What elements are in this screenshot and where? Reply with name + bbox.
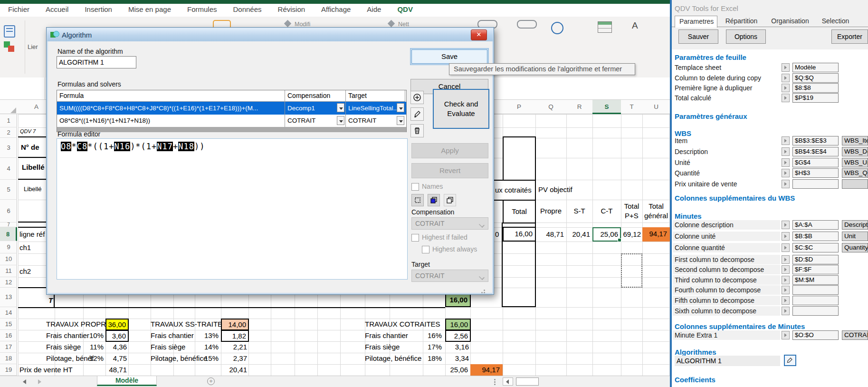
cell-p6-total[interactable]: Total — [503, 200, 536, 223]
field-value-input[interactable]: $B:$B — [792, 232, 839, 241]
ribbon-tab-données[interactable]: Données — [225, 4, 270, 17]
cell-frais-chantier-3[interactable]: Frais chantier — [365, 330, 408, 341]
select-range-icon[interactable] — [411, 194, 424, 206]
workbook-icon[interactable] — [4, 25, 15, 38]
row-header-18[interactable]: 18 — [0, 353, 17, 364]
field-name-box[interactable]: Descripti — [842, 220, 868, 230]
cell-t8[interactable]: 69,12 — [621, 229, 641, 240]
field-value-input[interactable]: $C:$C — [792, 243, 839, 252]
info-circle-icon[interactable] — [551, 22, 563, 34]
field-value-input[interactable] — [792, 306, 839, 316]
cell-pct[interactable]: 16% — [421, 330, 442, 341]
highest-if-failed-checkbox[interactable] — [411, 234, 419, 242]
formula-editor[interactable]: O8*C8*((1+N16)*(1+N17+N18)) — [57, 138, 408, 280]
ribbon-tab-fichier[interactable]: Fichier — [0, 4, 38, 17]
sheet-tab-modele[interactable]: Modèle — [97, 376, 157, 386]
field-value-input[interactable] — [792, 285, 839, 295]
row-header-10[interactable]: 10 — [0, 253, 17, 265]
cell-182[interactable]: 1,82 — [221, 330, 249, 342]
cell-36-yellow[interactable]: 36,00 — [105, 319, 129, 330]
compensation-dropdown[interactable]: COTRAIT — [411, 217, 488, 230]
names-checkbox[interactable] — [411, 183, 419, 191]
cell-436[interactable]: 4,36 — [105, 341, 127, 353]
range-picker-button[interactable] — [782, 307, 790, 315]
range-picker-button[interactable] — [782, 63, 790, 72]
cell-u8-orange[interactable]: 94,17 — [642, 227, 670, 242]
paste-icon[interactable] — [444, 194, 456, 206]
ribbon-tab-aide[interactable]: Aide — [359, 4, 389, 17]
range-picker-button[interactable] — [782, 84, 790, 92]
cell-frais-siege-2[interactable]: Frais siège — [151, 341, 185, 353]
cell-pct[interactable]: 15% — [195, 353, 219, 364]
cell-pct[interactable]: 10% — [83, 330, 104, 341]
options-button[interactable]: Options — [726, 29, 766, 44]
cell-r8[interactable]: 20,41 — [566, 229, 590, 240]
field-value-input[interactable]: $B$4:$E$4 — [792, 147, 839, 156]
column-header-R[interactable]: R — [566, 100, 592, 114]
sync-icon[interactable] — [4, 41, 15, 53]
cell-4871[interactable]: 48,71 — [105, 364, 127, 376]
row-header-2[interactable]: 2 — [0, 127, 17, 138]
cell-pct[interactable]: 14% — [195, 341, 219, 353]
range-picker-button[interactable] — [782, 296, 790, 305]
header-total-ps[interactable]: Total P+S — [621, 202, 642, 221]
cell-prix-vente[interactable]: Prix de vente HT — [19, 364, 73, 376]
row-header-16[interactable]: 16 — [0, 330, 17, 341]
ribbon-label-lier[interactable]: Lier — [28, 43, 38, 50]
copy-icon[interactable] — [428, 194, 440, 206]
selected-cell-s8[interactable]: 25,06 — [592, 227, 621, 242]
cell-q8[interactable]: 48,71 — [535, 229, 564, 240]
range-picker-button[interactable] — [782, 276, 790, 284]
cell-pct[interactable]: 13% — [195, 330, 219, 341]
cell-p19-orange[interactable]: 94,17 — [470, 364, 503, 376]
row-header-4[interactable]: 4 — [0, 158, 17, 180]
check-evaluate-button[interactable]: Check and Evaluate — [433, 89, 489, 129]
ribbon-tab-mise-en-page[interactable]: Mise en page — [120, 4, 179, 17]
cell-2506[interactable]: 25,06 — [445, 364, 468, 376]
sauver-button[interactable]: Sauver — [678, 29, 718, 44]
edit-formula-button[interactable] — [410, 107, 424, 121]
range-picker-button[interactable] — [782, 331, 790, 339]
range-picker-button[interactable] — [782, 265, 790, 274]
cell-pv-objectif[interactable]: PV objectif — [538, 184, 572, 195]
cell-frais-chantier-2[interactable]: Frais chantier — [151, 330, 194, 341]
cell-a8[interactable]: ligne réf — [19, 229, 45, 240]
revert-button[interactable]: Revert — [411, 163, 488, 178]
field-name-box[interactable]: COTRAI — [842, 330, 868, 340]
hscroll-thumb[interactable] — [516, 377, 539, 386]
compensation-dropdown-icon[interactable] — [337, 116, 344, 125]
font-a-icon[interactable]: A — [632, 20, 638, 31]
row-header-13[interactable]: 13 — [0, 288, 17, 307]
cell-p3-p4[interactable] — [503, 136, 536, 181]
target-dropdown[interactable]: COTRAIT — [411, 270, 488, 282]
algorithm-name-input[interactable] — [57, 56, 136, 68]
clean-diamond-icon[interactable] — [388, 20, 395, 28]
row-header-19[interactable]: 19 — [0, 364, 17, 376]
apply-button[interactable]: Apply — [411, 143, 488, 158]
cell-14-salmon[interactable]: 14,00 — [221, 319, 249, 330]
range-picker-button[interactable] — [782, 74, 790, 82]
ribbon-tab-formules[interactable]: Formules — [179, 4, 225, 17]
range-picker-button[interactable] — [782, 180, 790, 188]
cell-travaux-cotraites-15[interactable]: TRAVAUX COTRAITES — [365, 319, 440, 330]
edit-algorithm-button[interactable] — [784, 355, 796, 366]
ribbon-tab-affichage[interactable]: Affichage — [313, 4, 359, 17]
cell-frais-siege-3[interactable]: Frais siège — [365, 341, 400, 353]
ribbon-tab-révision[interactable]: Révision — [270, 4, 314, 17]
row-header-3[interactable]: 3 — [0, 138, 17, 158]
column-header-P[interactable]: P — [503, 100, 535, 114]
column-header-S[interactable]: S — [592, 100, 621, 114]
range-picker-button[interactable] — [782, 255, 790, 264]
cell-a4[interactable]: Libellé — [22, 162, 45, 173]
ribbon-tab-qdv[interactable]: QDV — [389, 4, 421, 18]
ribbon-tab-accueil[interactable]: Accueil — [38, 4, 76, 17]
cell-frais-siege-1[interactable]: Frais siège — [46, 341, 81, 353]
cell-p8[interactable]: 16,00 — [503, 227, 536, 242]
ribbon-label-nettoyer[interactable]: Nett — [398, 21, 409, 28]
field-value-input[interactable]: $D:$D — [792, 255, 839, 264]
cell-pct[interactable]: 18% — [421, 353, 442, 364]
cell-a13[interactable]: T — [48, 295, 53, 306]
column-header-U[interactable]: U — [642, 100, 670, 114]
cell-a5[interactable]: Libellé — [24, 184, 42, 195]
cell-475[interactable]: 4,75 — [105, 353, 127, 364]
